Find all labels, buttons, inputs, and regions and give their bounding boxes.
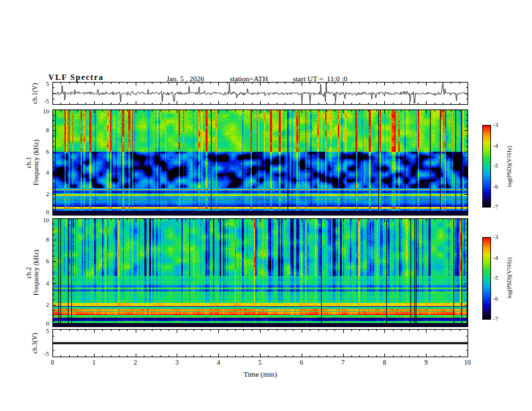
x-axis-label: Time (min) bbox=[226, 370, 294, 378]
colorbar-tick-label: -7 bbox=[493, 316, 505, 322]
colorbar-tick-label: -3 bbox=[493, 234, 505, 240]
colorbar-1-canvas bbox=[482, 125, 491, 208]
colorbar-tick-label: -6 bbox=[493, 183, 505, 190]
colorbar-1-label: log(PSD)(V²/Hz) bbox=[506, 130, 514, 203]
x-tick-label: 10 bbox=[459, 359, 476, 366]
y-tick-label: -5 bbox=[31, 351, 49, 357]
colorbar-2-label: log(PSD)(V²/Hz) bbox=[506, 241, 514, 315]
colorbar-tick-label: -4 bbox=[493, 142, 505, 149]
y-tick-label: 0 bbox=[31, 209, 49, 216]
colorbar-tick-label: -6 bbox=[493, 295, 505, 302]
y-tick-label: 2 bbox=[31, 191, 49, 197]
ylabel-line: ch.1 bbox=[25, 126, 32, 199]
y-tick-label: 5 bbox=[31, 81, 49, 87]
plot-title: VLF Spectra bbox=[48, 73, 103, 83]
ch2-spec-ylabel: ch.2 Frequency (kHz) bbox=[25, 236, 40, 310]
y-tick-label: 10 bbox=[31, 217, 49, 224]
x-tick-label: 7 bbox=[335, 359, 352, 366]
ch1-spec-ylabel: ch.1 Frequency (kHz) bbox=[25, 126, 40, 199]
ch1-spectrogram-canvas bbox=[52, 109, 468, 216]
ch1-wave-ylabel: ch.1(V) bbox=[31, 73, 39, 113]
colorbar-tick-label: -5 bbox=[493, 275, 505, 281]
y-tick-label: 0 bbox=[31, 320, 49, 327]
x-tick-label: 0 bbox=[44, 359, 61, 366]
x-tick-label: 2 bbox=[127, 359, 144, 366]
x-tick-label: 5 bbox=[251, 359, 269, 366]
ch3-waveform-canvas bbox=[52, 329, 468, 357]
colorbar-tick-label: -7 bbox=[493, 203, 505, 210]
y-tick-label: -5 bbox=[31, 98, 49, 105]
y-tick-label: 4 bbox=[31, 280, 49, 287]
x-tick-label: 6 bbox=[293, 359, 310, 366]
y-tick-label: 6 bbox=[31, 258, 49, 265]
y-tick-label: 4 bbox=[31, 169, 49, 176]
colorbar-tick-label: -3 bbox=[493, 122, 505, 128]
ch1-waveform-canvas bbox=[52, 82, 468, 105]
x-tick-label: 4 bbox=[210, 359, 227, 366]
ylabel-line: Frequency (kHz) bbox=[32, 126, 40, 199]
y-tick-label: 10 bbox=[31, 108, 49, 115]
x-tick-label: 9 bbox=[417, 359, 435, 366]
x-tick-label: 3 bbox=[168, 359, 185, 366]
vlf-spectra-page: VLF Spectra Jan. 5 , 2026 station=ATH st… bbox=[0, 0, 532, 411]
colorbar-tick-label: -4 bbox=[493, 255, 505, 261]
ylabel-line: ch.2 bbox=[25, 236, 32, 310]
y-tick-label: 2 bbox=[31, 302, 49, 308]
y-tick-label: 6 bbox=[31, 148, 49, 155]
y-tick-label: 8 bbox=[31, 127, 49, 134]
x-tick-label: 8 bbox=[375, 359, 393, 366]
ylabel-line: Frequency (kHz) bbox=[32, 236, 40, 310]
ch2-spectrogram-canvas bbox=[52, 218, 468, 327]
y-tick-label: 8 bbox=[31, 236, 49, 243]
x-tick-label: 1 bbox=[85, 359, 103, 366]
y-tick-label: 5 bbox=[31, 328, 49, 334]
colorbar-2-canvas bbox=[482, 237, 491, 320]
colorbar-tick-label: -5 bbox=[493, 163, 505, 169]
